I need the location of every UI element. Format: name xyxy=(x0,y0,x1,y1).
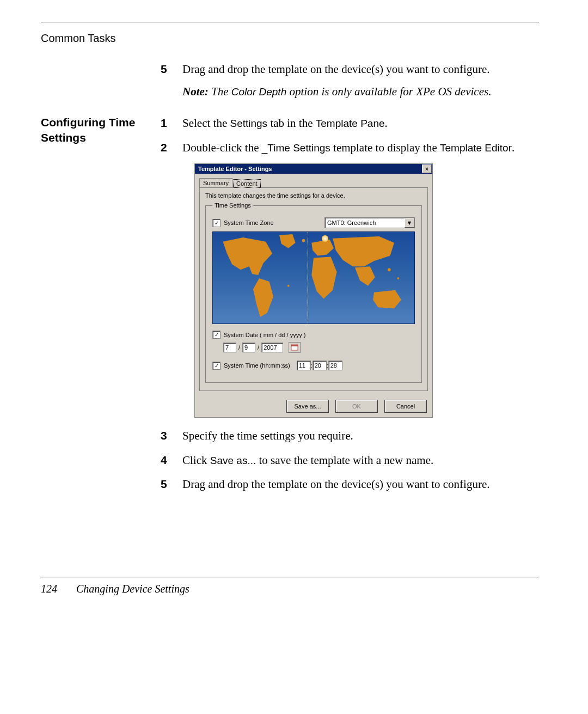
page-footer: 124 Changing Device Settings xyxy=(41,583,539,595)
svg-point-3 xyxy=(287,285,290,287)
dialog-title: Template Editor - Settings xyxy=(198,166,272,172)
time-hh[interactable]: 11 xyxy=(297,361,311,370)
step-text: Select the Settings tab in the Template … xyxy=(182,115,539,131)
cancel-button[interactable]: Cancel xyxy=(384,400,427,413)
step-text: Specify the time settings you require. xyxy=(182,428,539,444)
timezone-checkbox[interactable]: ✓ xyxy=(212,219,220,227)
step-text: Double-click the _Time Settings template… xyxy=(182,139,539,156)
step-text: Drag and drop the template on the device… xyxy=(182,476,539,492)
step-text: Drag and drop the template on the device… xyxy=(182,61,539,77)
tab-summary[interactable]: Summary xyxy=(199,178,232,187)
page-number: 124 xyxy=(41,583,74,595)
footer-title: Changing Device Settings xyxy=(76,583,189,595)
date-yyyy[interactable]: 2007 xyxy=(261,343,283,352)
date-dd[interactable]: 9 xyxy=(242,343,255,352)
time-mm[interactable]: 20 xyxy=(313,361,327,370)
world-map[interactable] xyxy=(212,231,415,324)
date-label: System Date ( mm / dd / yyyy ) xyxy=(224,332,305,338)
svg-point-1 xyxy=(388,268,391,272)
time-label: System Time (hh:mm:ss) xyxy=(224,362,290,369)
time-ss[interactable]: 28 xyxy=(328,361,342,370)
timezone-label: System Time Zone xyxy=(224,219,274,226)
save-as-button[interactable]: Save as... xyxy=(286,400,329,413)
ok-button[interactable]: OK xyxy=(335,400,378,413)
svg-point-2 xyxy=(397,277,400,279)
chevron-down-icon[interactable]: ▼ xyxy=(405,218,414,228)
step-number: 4 xyxy=(161,452,182,468)
step-number: 3 xyxy=(161,428,182,444)
timezone-value: GMT0: Greenwich xyxy=(327,219,376,226)
template-editor-dialog: Template Editor - Settings × Summary Con… xyxy=(194,163,433,418)
step-number: 1 xyxy=(161,115,182,131)
date-checkbox[interactable]: ✓ xyxy=(212,331,220,339)
fieldset-legend: Time Settings xyxy=(212,202,253,209)
section-heading: Configuring Time Settings xyxy=(41,115,155,145)
note: Note: The Color Depth option is only ava… xyxy=(182,85,539,99)
running-header: Common Tasks xyxy=(41,32,539,45)
timezone-select[interactable]: GMT0: Greenwich ▼ xyxy=(324,217,415,228)
svg-rect-5 xyxy=(291,345,298,346)
calendar-icon[interactable] xyxy=(289,342,301,353)
svg-point-0 xyxy=(302,239,305,242)
step-text: Click Save as... to save the template wi… xyxy=(182,452,539,468)
date-mm[interactable]: 7 xyxy=(223,343,236,352)
step-number: 5 xyxy=(161,61,182,77)
step-number: 2 xyxy=(161,139,182,156)
tab-content[interactable]: Content xyxy=(233,179,261,188)
close-icon[interactable]: × xyxy=(422,164,432,173)
dialog-description: This template changes the time settings … xyxy=(205,192,422,199)
time-checkbox[interactable]: ✓ xyxy=(212,362,220,370)
step-number: 5 xyxy=(161,476,182,492)
